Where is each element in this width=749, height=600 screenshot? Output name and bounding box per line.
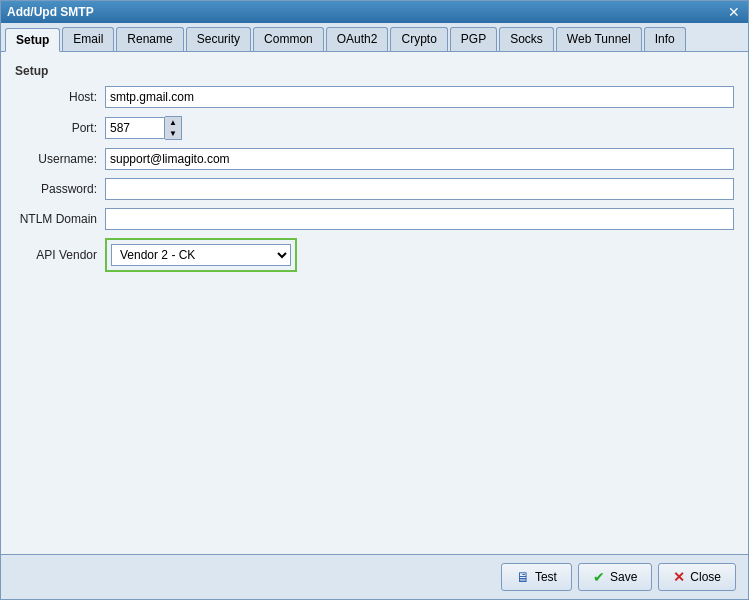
host-label: Host: xyxy=(15,90,105,104)
host-input[interactable] xyxy=(105,86,734,108)
test-button[interactable]: 🖥 Test xyxy=(501,563,572,591)
host-group: Host: xyxy=(15,86,734,108)
window-close-button[interactable]: ✕ xyxy=(726,5,742,19)
tab-oauth2[interactable]: OAuth2 xyxy=(326,27,389,51)
password-label: Password: xyxy=(15,182,105,196)
tab-rename[interactable]: Rename xyxy=(116,27,183,51)
username-input[interactable] xyxy=(105,148,734,170)
ntlm-input[interactable] xyxy=(105,208,734,230)
ntlm-label: NTLM Domain xyxy=(15,212,105,226)
api-vendor-highlight: Vendor 1 Vendor 2 - CK Vendor 3 xyxy=(105,238,297,272)
port-group: Port: ▲ ▼ xyxy=(15,116,734,140)
close-button-label: Close xyxy=(690,570,721,584)
username-group: Username: xyxy=(15,148,734,170)
content-area: Setup Host: Port: ▲ ▼ Username: Password… xyxy=(1,52,748,554)
tab-bar: Setup Email Rename Security Common OAuth… xyxy=(1,23,748,52)
port-increment-button[interactable]: ▲ xyxy=(165,117,181,128)
port-spin-group: ▲ ▼ xyxy=(105,116,182,140)
tab-common[interactable]: Common xyxy=(253,27,324,51)
test-icon: 🖥 xyxy=(516,569,530,585)
tab-info[interactable]: Info xyxy=(644,27,686,51)
tab-webtunnel[interactable]: Web Tunnel xyxy=(556,27,642,51)
close-icon: ✕ xyxy=(673,569,685,585)
footer: 🖥 Test ✔ Save ✕ Close xyxy=(1,554,748,599)
save-button[interactable]: ✔ Save xyxy=(578,563,652,591)
api-vendor-group: API Vendor Vendor 1 Vendor 2 - CK Vendor… xyxy=(15,238,734,272)
tab-security[interactable]: Security xyxy=(186,27,251,51)
api-vendor-select[interactable]: Vendor 1 Vendor 2 - CK Vendor 3 xyxy=(111,244,291,266)
window-title: Add/Upd SMTP xyxy=(7,5,94,19)
port-spin-buttons: ▲ ▼ xyxy=(165,116,182,140)
save-icon: ✔ xyxy=(593,569,605,585)
port-label: Port: xyxy=(15,121,105,135)
password-group: Password: xyxy=(15,178,734,200)
tab-pgp[interactable]: PGP xyxy=(450,27,497,51)
close-button[interactable]: ✕ Close xyxy=(658,563,736,591)
port-input[interactable] xyxy=(105,117,165,139)
username-label: Username: xyxy=(15,152,105,166)
tab-socks[interactable]: Socks xyxy=(499,27,554,51)
password-input[interactable] xyxy=(105,178,734,200)
ntlm-group: NTLM Domain xyxy=(15,208,734,230)
api-vendor-label: API Vendor xyxy=(15,248,105,262)
main-window: Add/Upd SMTP ✕ Setup Email Rename Securi… xyxy=(0,0,749,600)
save-button-label: Save xyxy=(610,570,637,584)
tab-crypto[interactable]: Crypto xyxy=(390,27,447,51)
port-decrement-button[interactable]: ▼ xyxy=(165,128,181,139)
tab-email[interactable]: Email xyxy=(62,27,114,51)
tab-setup[interactable]: Setup xyxy=(5,28,60,52)
title-bar: Add/Upd SMTP ✕ xyxy=(1,1,748,23)
section-title: Setup xyxy=(15,64,734,78)
test-button-label: Test xyxy=(535,570,557,584)
